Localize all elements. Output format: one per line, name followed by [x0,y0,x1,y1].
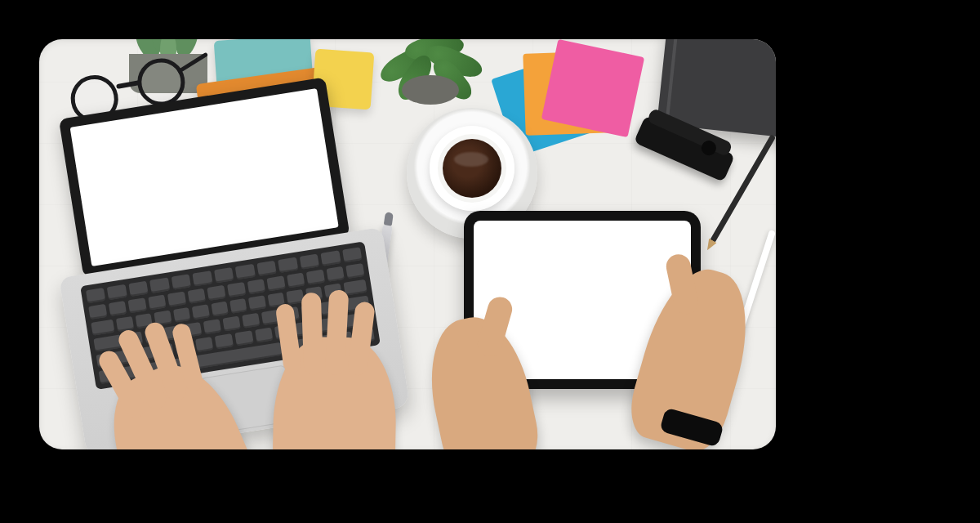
potted-plant [381,39,479,108]
laptop [39,82,394,406]
tablet-group [439,203,717,448]
coffee-liquid [443,139,501,198]
photo-card: Top-down flat-lay of a white desk. A per… [39,39,776,449]
scene [39,39,776,449]
image-description: Top-down flat-lay of a white desk. A per… [39,39,40,40]
watermark-text: Unsplash+ [39,39,40,40]
